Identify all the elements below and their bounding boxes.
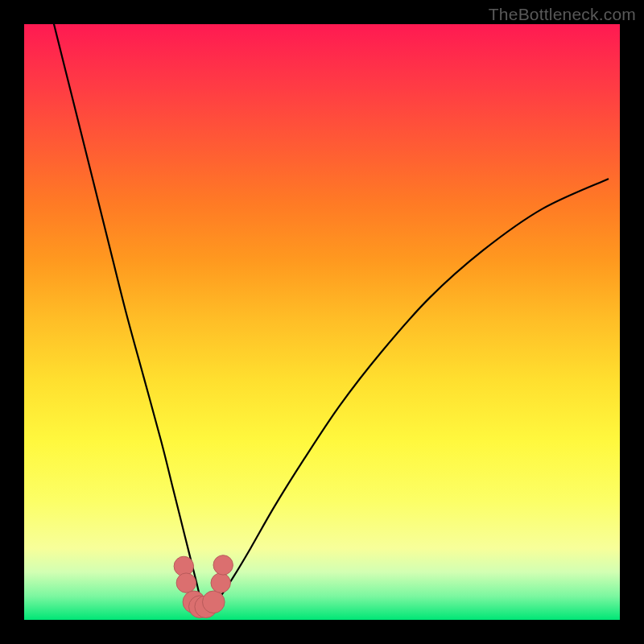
highlight-dot xyxy=(211,573,230,592)
watermark-text: TheBottleneck.com xyxy=(489,5,636,24)
highlight-dot xyxy=(203,591,225,613)
bottleneck-curve xyxy=(54,24,608,610)
highlight-dot xyxy=(176,573,196,592)
chart-frame: TheBottleneck.com xyxy=(0,0,644,644)
highlight-dots xyxy=(174,555,233,618)
plot-area xyxy=(24,24,620,620)
highlight-dot xyxy=(213,555,233,575)
curve-layer xyxy=(24,24,620,620)
